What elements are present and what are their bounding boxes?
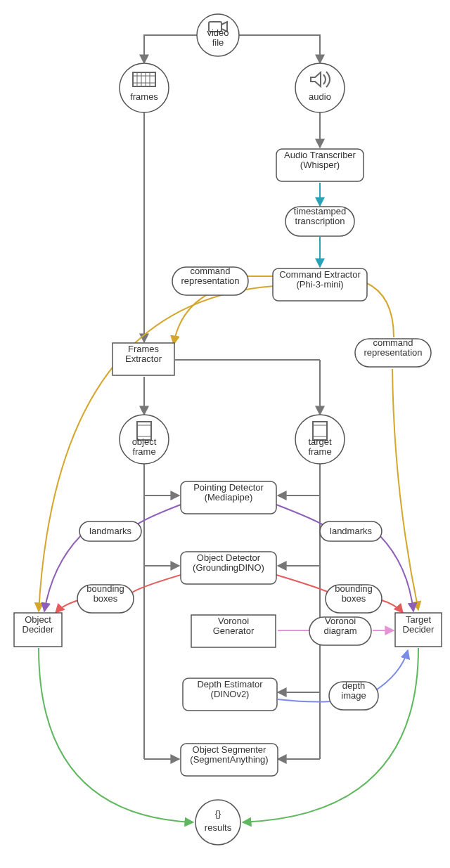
node-bbox-left: boundingboxes bbox=[77, 583, 134, 613]
label: VoronoiGenerator bbox=[213, 616, 255, 636]
edge bbox=[278, 699, 330, 702]
label: audio bbox=[309, 91, 331, 102]
node-command-rep-left: commandrepresentation bbox=[172, 266, 248, 295]
svg-point-10 bbox=[295, 63, 345, 112]
label: landmarks bbox=[330, 526, 372, 536]
node-timestamped: timestampedtranscription bbox=[285, 206, 354, 236]
node-landmarks-left: landmarks bbox=[79, 522, 141, 541]
node-target-decider: TargetDecider bbox=[395, 613, 442, 647]
label: timestampedtranscription bbox=[294, 206, 346, 226]
node-voronoi-diagram: Voronoidiagram bbox=[309, 616, 371, 645]
label: TargetDecider bbox=[403, 614, 435, 635]
node-bbox-right: boundingboxes bbox=[326, 583, 382, 613]
node-voronoi-generator: VoronoiGenerator bbox=[191, 615, 276, 647]
edge bbox=[380, 600, 403, 613]
braces-icon: {} bbox=[215, 808, 221, 819]
edge bbox=[239, 35, 320, 63]
label: landmarks bbox=[89, 526, 131, 536]
label: Voronoidiagram bbox=[324, 616, 357, 636]
node-command-rep-right: commandrepresentation bbox=[355, 337, 431, 367]
edge bbox=[366, 283, 394, 337]
node-video-file: videofile bbox=[197, 14, 239, 56]
label: Object Segmenter(SegmentAnything) bbox=[190, 744, 268, 765]
node-command-extractor: Command Extractor(Phi-3-mini) bbox=[273, 268, 367, 301]
label: FramesExtractor bbox=[125, 344, 162, 364]
label: results bbox=[205, 822, 232, 833]
label: frames bbox=[130, 91, 158, 102]
edge bbox=[243, 648, 418, 822]
node-pointing-detector: Pointing Detector(Mediapipe) bbox=[181, 481, 276, 514]
edge bbox=[39, 648, 193, 822]
node-results: {} results bbox=[195, 800, 240, 845]
label: targetframe bbox=[308, 436, 332, 457]
node-audio-transcriber: Audio Transcriber(Whisper) bbox=[276, 149, 364, 181]
label: ObjectDecider bbox=[22, 614, 54, 635]
edge bbox=[132, 575, 181, 592]
edge bbox=[144, 35, 197, 63]
label: depthimage bbox=[341, 680, 366, 701]
label: Object Detector(GroundingDINO) bbox=[193, 552, 264, 573]
label: objectframe bbox=[132, 436, 157, 457]
node-object-frame: objectframe bbox=[120, 415, 169, 464]
node-depth-image: depthimage bbox=[329, 680, 378, 710]
edge bbox=[276, 575, 329, 592]
node-landmarks-right: landmarks bbox=[320, 522, 382, 541]
edge bbox=[392, 369, 418, 610]
node-target-frame: targetframe bbox=[295, 415, 345, 464]
node-object-decider: ObjectDecider bbox=[14, 613, 62, 647]
node-depth-estimator: Depth Estimator(DINOv2) bbox=[183, 678, 277, 711]
node-audio: audio bbox=[295, 63, 345, 112]
node-object-detector: Object Detector(GroundingDINO) bbox=[181, 552, 276, 584]
edge bbox=[373, 650, 408, 692]
node-frames-extractor: FramesExtractor bbox=[112, 343, 174, 375]
svg-point-2 bbox=[120, 63, 169, 112]
node-frames: frames bbox=[120, 63, 169, 112]
node-object-segmenter: Object Segmenter(SegmentAnything) bbox=[181, 744, 278, 776]
edge bbox=[134, 505, 181, 527]
